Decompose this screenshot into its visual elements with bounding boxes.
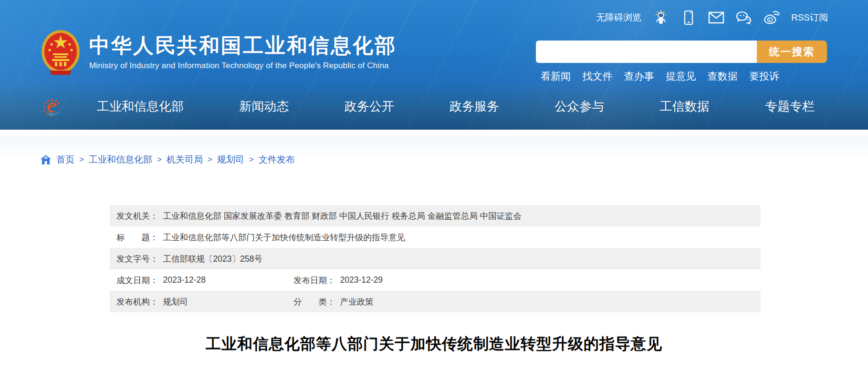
- unified-search-bar: 统一搜索: [536, 41, 827, 63]
- meta-pair-publish-date: 发布日期： 2023-12-29: [293, 269, 383, 291]
- breadcrumb-departments[interactable]: 机关司局: [167, 154, 203, 166]
- meta-row-doc-number: 发文字号： 工信部联规〔2023〕258号: [110, 248, 761, 269]
- meta-value: 规划司: [163, 296, 188, 308]
- breadcrumb-separator: >: [208, 155, 212, 164]
- miit-e-logo-icon[interactable]: [41, 97, 63, 119]
- robot-assistant-icon[interactable]: [653, 10, 669, 26]
- breadcrumb-ministry[interactable]: 工业和信息化部: [89, 154, 152, 166]
- meta-label: 分 类：: [293, 296, 335, 308]
- quick-links: 看新闻 找文件 查办事 提意见 查数据 要投诉: [541, 70, 779, 83]
- meta-value: 2023-12-28: [163, 275, 206, 285]
- meta-row-publisher-category: 发布机构： 规划司 分 类： 产业政策: [110, 291, 761, 312]
- breadcrumb-planning-dept[interactable]: 规划司: [217, 154, 244, 166]
- site-brand: 中华人民共和国工业和信息化部 Ministry of Industry and …: [40, 29, 397, 76]
- breadcrumb-home[interactable]: 首页: [56, 154, 74, 166]
- breadcrumb-separator: >: [157, 155, 162, 164]
- search-input[interactable]: [536, 41, 757, 63]
- nav-item-news[interactable]: 新闻动态: [239, 98, 289, 115]
- nav-item-gov-services[interactable]: 政务服务: [450, 98, 499, 115]
- meta-label: 发文机关：: [116, 210, 158, 222]
- meta-row-dates: 成文日期： 2023-12-28 发布日期： 2023-12-29: [110, 269, 761, 291]
- mobile-version-icon[interactable]: [680, 10, 697, 26]
- search-button[interactable]: 统一搜索: [757, 41, 827, 63]
- breadcrumb-document-release[interactable]: 文件发布: [259, 154, 295, 166]
- meta-value: 工信部联规〔2023〕258号: [163, 253, 262, 265]
- breadcrumb-separator: >: [79, 155, 84, 164]
- national-emblem-logo[interactable]: [40, 29, 81, 76]
- meta-value: 工业和信息化部 国家发展改革委 教育部 财政部 中国人民银行 税务总局 金融监管…: [163, 210, 522, 222]
- home-icon[interactable]: [40, 154, 52, 165]
- utility-topbar: 无障碍浏览: [596, 10, 828, 26]
- quick-link-complaint[interactable]: 要投诉: [749, 70, 779, 83]
- miit-portal-page: 无障碍浏览: [0, 0, 868, 369]
- meta-label: 发布日期：: [293, 275, 335, 286]
- main-navigation: 工业和信息化部 新闻动态 政务公开 政务服务 公众参与 工信数据 专题专栏: [97, 98, 815, 115]
- site-title-block: 中华人民共和国工业和信息化部 Ministry of Industry and …: [89, 29, 397, 71]
- quick-link-news[interactable]: 看新闻: [541, 70, 571, 83]
- nav-item-participation[interactable]: 公众参与: [554, 98, 604, 115]
- meta-pair-category: 分 类： 产业政策: [293, 291, 374, 312]
- nav-item-ministry[interactable]: 工业和信息化部: [97, 98, 184, 115]
- meta-value: 产业政策: [340, 296, 374, 308]
- weibo-icon[interactable]: [763, 10, 780, 26]
- quick-link-feedback[interactable]: 提意见: [666, 70, 696, 83]
- accessibility-link[interactable]: 无障碍浏览: [596, 11, 641, 24]
- nav-item-miit-data[interactable]: 工信数据: [660, 98, 710, 115]
- meta-label: 发文字号：: [116, 253, 158, 265]
- site-subtitle: Ministry of Industry and Information Tec…: [89, 61, 397, 71]
- site-title: 中华人民共和国工业和信息化部: [89, 34, 397, 57]
- breadcrumb-separator: >: [249, 155, 254, 164]
- mail-icon[interactable]: [708, 10, 724, 26]
- meta-label: 成文日期：: [116, 275, 158, 286]
- meta-label: 标 题：: [116, 232, 158, 243]
- document-meta-table: 发文机关： 工业和信息化部 国家发展改革委 教育部 财政部 中国人民银行 税务总…: [110, 205, 761, 312]
- breadcrumb: 首页 > 工业和信息化部 > 机关司局 > 规划司 > 文件发布: [40, 154, 295, 166]
- meta-value: 2023-12-29: [340, 275, 383, 285]
- header-banner: 无障碍浏览: [0, 0, 868, 130]
- quick-link-services[interactable]: 查办事: [624, 70, 654, 83]
- quick-link-data[interactable]: 查数据: [708, 70, 738, 83]
- wechat-icon[interactable]: [736, 10, 752, 26]
- meta-label: 发布机构：: [116, 296, 158, 308]
- nav-item-special-topics[interactable]: 专题专栏: [765, 98, 815, 115]
- quick-link-documents[interactable]: 找文件: [582, 70, 612, 83]
- article-title: 工业和信息化部等八部门关于加快传统制造业转型升级的指导意见: [0, 334, 868, 355]
- meta-row-issuing-agencies: 发文机关： 工业和信息化部 国家发展改革委 教育部 财政部 中国人民银行 税务总…: [110, 205, 761, 226]
- rss-link[interactable]: RSS订阅: [791, 11, 828, 24]
- nav-item-gov-affairs[interactable]: 政务公开: [345, 98, 394, 115]
- meta-row-title: 标 题： 工业和信息化部等八部门关于加快传统制造业转型升级的指导意见: [110, 226, 761, 248]
- meta-value: 工业和信息化部等八部门关于加快传统制造业转型升级的指导意见: [163, 232, 406, 243]
